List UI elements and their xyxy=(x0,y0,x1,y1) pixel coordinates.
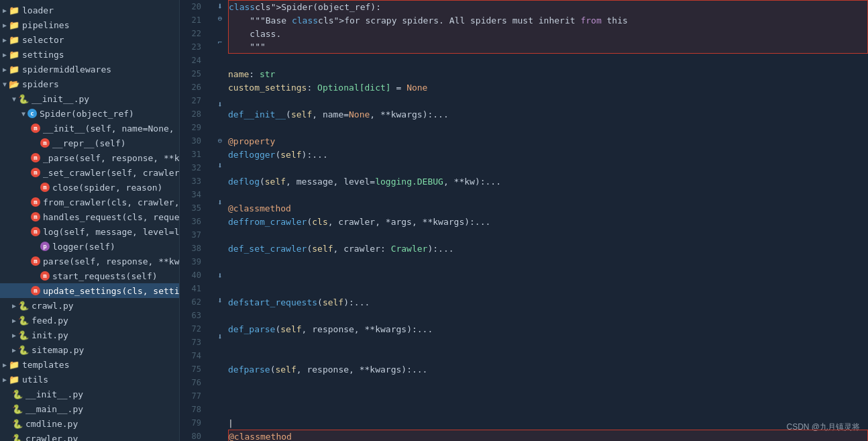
sidebar-item-method-start-requests[interactable]: m start_requests(self) xyxy=(0,268,179,283)
sidebar-item-main-py[interactable]: 🐍 __main__.py xyxy=(0,401,179,416)
sidebar-item-loader[interactable]: ▶ 📁 loader xyxy=(0,3,179,17)
sidebar-item-templates[interactable]: ▶ 📁 templates xyxy=(0,357,179,372)
sidebar-item-label: selector xyxy=(22,35,64,45)
folder-icon: 📁 xyxy=(9,20,19,30)
line-number: 30 xyxy=(180,134,207,148)
sidebar-item-crawler-py[interactable]: 🐍 crawler.py xyxy=(0,431,179,441)
sidebar-item-label: init.py xyxy=(32,330,68,340)
pyfile-icon: 🐍 xyxy=(18,94,29,104)
sidebar-item-label: parse(self, response, **kwargs) xyxy=(43,256,180,266)
sidebar-item-selector[interactable]: ▶ 📁 selector xyxy=(0,32,179,47)
code-line xyxy=(228,228,868,242)
sidebar-item-method-repr[interactable]: m __repr__(self) xyxy=(0,136,179,150)
sidebar-item-crawl-py[interactable]: ▶ 🐍 crawl.py xyxy=(0,298,179,313)
pyfile-icon: 🐍 xyxy=(18,301,29,311)
sidebar-item-label: crawl.py xyxy=(32,301,74,311)
line-number: 21 xyxy=(180,13,207,27)
line-number: 72 xyxy=(180,322,207,336)
sidebar-item-init-py[interactable]: ▼ 🐍 __init__.py xyxy=(0,91,179,106)
sidebar-item-property-logger[interactable]: p logger(self) xyxy=(0,239,179,254)
sidebar-item-spider-class[interactable]: ▼ c Spider(object_ref) xyxy=(0,106,179,121)
sidebar-item-feed-py[interactable]: ▶ 🐍 feed.py xyxy=(0,313,179,328)
sidebar-item-spidermiddlewares[interactable]: ▶ 📁 spidermiddlewares xyxy=(0,62,179,77)
line-number: 80 xyxy=(180,430,207,441)
code-line: def parse(self, response, **kwargs):... xyxy=(228,362,868,376)
gutter-cell: ⬇ xyxy=(217,331,223,343)
arrow-right-icon: ▶ xyxy=(3,21,7,29)
method-badge: m xyxy=(31,197,40,207)
arrow-down-icon: ▼ xyxy=(12,95,16,103)
method-badge: m xyxy=(40,183,50,192)
sidebar-item-label: Spider(object_ref) xyxy=(40,109,134,119)
sidebar-item-method-set-crawler[interactable]: m _set_crawler(self, crawler) xyxy=(0,165,179,180)
pyfile-icon: 🐍 xyxy=(18,345,29,355)
gutter-cell: ⬇ xyxy=(217,98,223,110)
sidebar-item-root-init-py[interactable]: 🐍 __init__.py xyxy=(0,387,179,401)
code-content: class cls">Spider(object_ref): """Base c… xyxy=(228,0,868,441)
line-number: 22 xyxy=(180,27,207,40)
sidebar-item-settings[interactable]: ▶ 📁 settings xyxy=(0,47,179,62)
pyfile-icon: 🐍 xyxy=(12,404,23,414)
sidebar-item-spiders[interactable]: ▼ 📂 spiders xyxy=(0,77,179,91)
line-number: 62 xyxy=(180,295,207,309)
code-line xyxy=(228,349,868,362)
sidebar-item-label: log(self, message, level=loggin xyxy=(43,227,180,237)
line-number: 27 xyxy=(180,94,207,107)
sidebar-item-method-parse[interactable]: m parse(self, response, **kwargs) xyxy=(0,254,179,268)
sidebar-item-label: spiders xyxy=(22,79,59,89)
pyfile-icon: 🐍 xyxy=(18,330,29,340)
code-line xyxy=(228,403,868,416)
arrow-right-icon: ▶ xyxy=(12,346,16,354)
sidebar-item-pipelines[interactable]: ▶ 📁 pipelines xyxy=(0,17,179,32)
line-number: 34 xyxy=(180,188,207,201)
sidebar-item-cmdline-py[interactable]: 🐍 cmdline.py xyxy=(0,416,179,431)
sidebar-item-label: templates xyxy=(22,360,69,370)
pyfile-icon: 🐍 xyxy=(12,389,23,399)
code-line xyxy=(228,282,868,295)
line-number: 20 xyxy=(180,0,207,13)
sidebar-item-method-update-settings[interactable]: m update_settings(cls, settings) xyxy=(0,283,179,298)
sidebar-item-method-close[interactable]: m close(spider, reason) xyxy=(0,180,179,195)
sidebar-item-method-from-crawler[interactable]: m from_crawler(cls, crawler, *args, xyxy=(0,195,179,209)
arrow-down-icon: ▼ xyxy=(3,81,7,88)
sidebar-item-sitemap-py[interactable]: ▶ 🐍 sitemap.py xyxy=(0,342,179,357)
arrow-right-icon: ▶ xyxy=(12,332,16,339)
code-scroll-container[interactable]: 2021222324252627282930313233343536373839… xyxy=(180,0,868,441)
code-line xyxy=(228,121,868,134)
sidebar-item-method-log[interactable]: m log(self, message, level=loggin xyxy=(0,224,179,239)
line-number: 77 xyxy=(180,389,207,403)
sidebar-item-label: from_crawler(cls, crawler, *args, xyxy=(43,197,180,207)
line-number: 38 xyxy=(180,242,207,255)
line-number: 29 xyxy=(180,121,207,134)
pyfile-icon: 🐍 xyxy=(12,419,23,429)
gutter-cell: ⬇ xyxy=(217,196,223,208)
folder-icon: 📁 xyxy=(9,35,19,45)
code-line xyxy=(228,376,868,389)
line-number: 76 xyxy=(180,376,207,389)
folder-icon: 📁 xyxy=(9,5,19,15)
code-line xyxy=(228,389,868,403)
line-number: 78 xyxy=(180,403,207,416)
folder-icon: 📁 xyxy=(9,360,19,370)
sidebar-item-method-handles-request[interactable]: m handles_request(cls, request) xyxy=(0,209,179,224)
line-number: 36 xyxy=(180,215,207,228)
arrow-right-icon: ▶ xyxy=(3,7,7,14)
gutter: ⬇⊖⌐⬇⊖⬇⬇⬇⬇⬇ xyxy=(212,0,228,441)
line-number: 39 xyxy=(180,255,207,268)
method-badge: m xyxy=(31,286,40,295)
line-number: 24 xyxy=(180,54,207,67)
code-line: def log(self, message, level=logging.DEB… xyxy=(228,175,868,188)
arrow-right-icon: ▶ xyxy=(3,361,7,369)
sidebar-item-label: spidermiddlewares xyxy=(22,64,111,75)
line-number: 73 xyxy=(180,336,207,349)
line-number: 23 xyxy=(180,40,207,54)
sidebar-item-init-py2[interactable]: ▶ 🐍 init.py xyxy=(0,328,179,342)
sidebar-item-label: pipelines xyxy=(22,20,69,30)
code-line: class cls">Spider(object_ref): xyxy=(228,0,868,13)
line-number: 28 xyxy=(180,107,207,121)
sidebar-item-utils[interactable]: ▶ 📁 utils xyxy=(0,372,179,387)
method-badge: m xyxy=(31,256,40,266)
sidebar-item-method-init[interactable]: m __init__(self, name=None, **kwa xyxy=(0,121,179,136)
sidebar-item-method-parse-priv[interactable]: m _parse(self, response, **kwargs xyxy=(0,150,179,165)
sidebar-item-label: __init__.py xyxy=(25,389,83,399)
